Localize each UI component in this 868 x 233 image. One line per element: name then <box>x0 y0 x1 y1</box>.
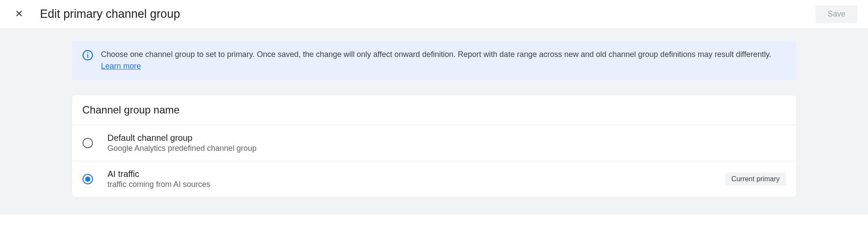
channel-group-option-default[interactable]: Default channel group Google Analytics p… <box>72 125 796 161</box>
close-icon <box>14 9 24 20</box>
card-header: Channel group name <box>72 95 796 125</box>
current-primary-badge: Current primary <box>725 173 785 186</box>
card-header-title: Channel group name <box>83 104 786 116</box>
option-title: Default channel group <box>108 133 786 143</box>
dialog-header: Edit primary channel group Save <box>0 0 868 29</box>
content-area: Choose one channel group to set to prima… <box>0 29 868 215</box>
info-banner: Choose one channel group to set to prima… <box>72 41 797 80</box>
channel-group-card: Channel group name Default channel group… <box>72 95 797 197</box>
close-button[interactable] <box>10 6 28 23</box>
radio-default[interactable] <box>83 138 93 148</box>
radio-ai-traffic[interactable] <box>83 174 93 184</box>
option-title: AI traffic <box>108 169 711 179</box>
info-message: Choose one channel group to set to prima… <box>101 50 772 59</box>
option-text: Default channel group Google Analytics p… <box>108 133 786 153</box>
page-title: Edit primary channel group <box>40 7 815 21</box>
info-icon <box>82 49 93 63</box>
svg-rect-2 <box>87 53 88 53</box>
option-desc: Google Analytics predefined channel grou… <box>108 144 786 153</box>
channel-group-option-ai-traffic[interactable]: AI traffic traffic coming from AI source… <box>72 161 796 197</box>
option-desc: traffic coming from AI sources <box>108 180 711 189</box>
info-text: Choose one channel group to set to prima… <box>101 49 786 72</box>
save-button[interactable]: Save <box>815 5 858 23</box>
learn-more-link[interactable]: Learn more <box>101 62 141 70</box>
svg-rect-1 <box>87 54 88 58</box>
option-text: AI traffic traffic coming from AI source… <box>108 169 711 189</box>
